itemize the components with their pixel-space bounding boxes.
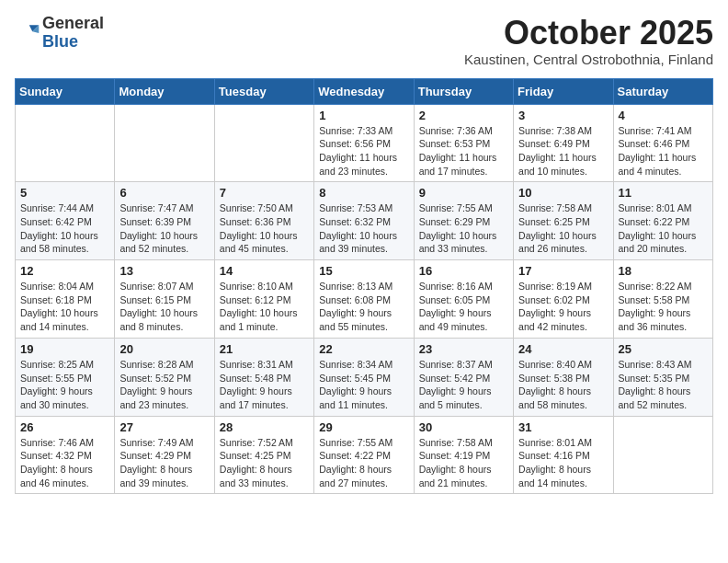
day-number: 24 bbox=[518, 342, 608, 356]
day-info: Sunrise: 7:58 AM Sunset: 6:25 PM Dayligh… bbox=[518, 201, 608, 256]
day-info: Sunrise: 7:46 AM Sunset: 4:32 PM Dayligh… bbox=[20, 436, 109, 490]
calendar-day-cell bbox=[214, 104, 313, 182]
calendar-day-cell: 27Sunrise: 7:49 AM Sunset: 4:29 PM Dayli… bbox=[115, 416, 214, 494]
weekday-header: Friday bbox=[514, 78, 613, 104]
calendar-day-cell: 19Sunrise: 8:25 AM Sunset: 5:55 PM Dayli… bbox=[16, 338, 115, 416]
day-info: Sunrise: 7:41 AM Sunset: 6:46 PM Dayligh… bbox=[619, 124, 708, 178]
calendar-day-cell: 17Sunrise: 8:19 AM Sunset: 6:02 PM Dayli… bbox=[514, 260, 613, 339]
day-number: 6 bbox=[119, 186, 209, 200]
calendar-day-cell: 13Sunrise: 8:07 AM Sunset: 6:15 PM Dayli… bbox=[115, 260, 214, 339]
calendar-week-row: 26Sunrise: 7:46 AM Sunset: 4:32 PM Dayli… bbox=[16, 416, 713, 494]
day-number: 3 bbox=[518, 109, 608, 122]
day-info: Sunrise: 8:01 AM Sunset: 6:22 PM Dayligh… bbox=[619, 201, 708, 256]
calendar-week-row: 19Sunrise: 8:25 AM Sunset: 5:55 PM Dayli… bbox=[16, 338, 713, 416]
calendar-week-row: 5Sunrise: 7:44 AM Sunset: 6:42 PM Daylig… bbox=[16, 182, 713, 260]
day-number: 22 bbox=[319, 342, 408, 356]
day-info: Sunrise: 7:33 AM Sunset: 6:56 PM Dayligh… bbox=[319, 124, 408, 178]
weekday-header: Tuesday bbox=[214, 78, 313, 104]
weekday-header: Monday bbox=[115, 78, 214, 104]
day-info: Sunrise: 8:28 AM Sunset: 5:52 PM Dayligh… bbox=[119, 358, 209, 412]
calendar-day-cell: 6Sunrise: 7:47 AM Sunset: 6:39 PM Daylig… bbox=[115, 182, 214, 260]
day-number: 11 bbox=[619, 186, 708, 200]
calendar-day-cell bbox=[115, 104, 214, 182]
day-number: 26 bbox=[20, 420, 109, 434]
day-info: Sunrise: 7:55 AM Sunset: 4:22 PM Dayligh… bbox=[319, 436, 408, 490]
calendar-day-cell: 18Sunrise: 8:22 AM Sunset: 5:58 PM Dayli… bbox=[613, 260, 712, 339]
day-number: 27 bbox=[119, 420, 209, 434]
calendar-day-cell: 16Sunrise: 8:16 AM Sunset: 6:05 PM Dayli… bbox=[414, 260, 513, 339]
calendar-day-cell: 29Sunrise: 7:55 AM Sunset: 4:22 PM Dayli… bbox=[314, 416, 414, 494]
day-number: 8 bbox=[319, 186, 408, 200]
calendar-day-cell: 23Sunrise: 8:37 AM Sunset: 5:42 PM Dayli… bbox=[414, 338, 513, 416]
logo: General Blue bbox=[15, 15, 104, 52]
day-info: Sunrise: 8:04 AM Sunset: 6:18 PM Dayligh… bbox=[20, 280, 109, 334]
calendar-table: SundayMondayTuesdayWednesdayThursdayFrid… bbox=[15, 78, 713, 495]
day-number: 15 bbox=[319, 264, 408, 278]
calendar-day-cell: 1Sunrise: 7:33 AM Sunset: 6:56 PM Daylig… bbox=[314, 104, 414, 182]
day-number: 28 bbox=[220, 420, 309, 434]
day-info: Sunrise: 8:16 AM Sunset: 6:05 PM Dayligh… bbox=[419, 280, 508, 334]
day-info: Sunrise: 8:22 AM Sunset: 5:58 PM Dayligh… bbox=[619, 280, 708, 334]
calendar-day-cell: 24Sunrise: 8:40 AM Sunset: 5:38 PM Dayli… bbox=[514, 338, 613, 416]
day-info: Sunrise: 8:31 AM Sunset: 5:48 PM Dayligh… bbox=[220, 358, 309, 412]
day-number: 20 bbox=[119, 342, 209, 356]
day-info: Sunrise: 8:13 AM Sunset: 6:08 PM Dayligh… bbox=[319, 280, 408, 334]
day-info: Sunrise: 7:36 AM Sunset: 6:53 PM Dayligh… bbox=[419, 124, 508, 178]
calendar-header: SundayMondayTuesdayWednesdayThursdayFrid… bbox=[16, 78, 713, 104]
weekday-header: Wednesday bbox=[314, 78, 414, 104]
calendar-day-cell bbox=[16, 104, 115, 182]
day-number: 14 bbox=[220, 264, 309, 278]
day-number: 7 bbox=[220, 186, 309, 200]
day-info: Sunrise: 7:50 AM Sunset: 6:36 PM Dayligh… bbox=[220, 201, 309, 256]
day-info: Sunrise: 7:53 AM Sunset: 6:32 PM Dayligh… bbox=[319, 201, 408, 256]
day-number: 17 bbox=[518, 264, 608, 278]
calendar-day-cell: 11Sunrise: 8:01 AM Sunset: 6:22 PM Dayli… bbox=[613, 182, 712, 260]
day-number: 9 bbox=[419, 186, 508, 200]
logo-icon bbox=[15, 20, 40, 46]
day-number: 4 bbox=[619, 109, 708, 122]
day-info: Sunrise: 8:01 AM Sunset: 4:16 PM Dayligh… bbox=[518, 436, 608, 490]
weekday-header: Thursday bbox=[414, 78, 513, 104]
day-number: 1 bbox=[319, 109, 408, 122]
calendar-day-cell: 5Sunrise: 7:44 AM Sunset: 6:42 PM Daylig… bbox=[16, 182, 115, 260]
location-subtitle: Kaustinen, Central Ostrobothnia, Finland bbox=[464, 52, 713, 67]
day-info: Sunrise: 8:07 AM Sunset: 6:15 PM Dayligh… bbox=[119, 280, 209, 334]
calendar-week-row: 1Sunrise: 7:33 AM Sunset: 6:56 PM Daylig… bbox=[16, 104, 713, 182]
day-info: Sunrise: 7:49 AM Sunset: 4:29 PM Dayligh… bbox=[119, 436, 209, 490]
day-info: Sunrise: 8:25 AM Sunset: 5:55 PM Dayligh… bbox=[20, 358, 109, 412]
day-info: Sunrise: 7:38 AM Sunset: 6:49 PM Dayligh… bbox=[518, 124, 608, 178]
calendar-week-row: 12Sunrise: 8:04 AM Sunset: 6:18 PM Dayli… bbox=[16, 260, 713, 339]
day-number: 10 bbox=[518, 186, 608, 200]
day-info: Sunrise: 7:52 AM Sunset: 4:25 PM Dayligh… bbox=[220, 436, 309, 490]
calendar-day-cell: 15Sunrise: 8:13 AM Sunset: 6:08 PM Dayli… bbox=[314, 260, 414, 339]
day-number: 13 bbox=[119, 264, 209, 278]
day-number: 21 bbox=[220, 342, 309, 356]
calendar-day-cell: 30Sunrise: 7:58 AM Sunset: 4:19 PM Dayli… bbox=[414, 416, 513, 494]
day-number: 19 bbox=[20, 342, 109, 356]
calendar-day-cell: 31Sunrise: 8:01 AM Sunset: 4:16 PM Dayli… bbox=[514, 416, 613, 494]
calendar-day-cell: 12Sunrise: 8:04 AM Sunset: 6:18 PM Dayli… bbox=[16, 260, 115, 339]
day-info: Sunrise: 8:37 AM Sunset: 5:42 PM Dayligh… bbox=[419, 358, 508, 412]
calendar-day-cell: 8Sunrise: 7:53 AM Sunset: 6:32 PM Daylig… bbox=[314, 182, 414, 260]
day-info: Sunrise: 7:55 AM Sunset: 6:29 PM Dayligh… bbox=[419, 201, 508, 256]
calendar-day-cell: 2Sunrise: 7:36 AM Sunset: 6:53 PM Daylig… bbox=[414, 104, 513, 182]
calendar-day-cell: 7Sunrise: 7:50 AM Sunset: 6:36 PM Daylig… bbox=[214, 182, 313, 260]
day-number: 25 bbox=[619, 342, 708, 356]
day-number: 29 bbox=[319, 420, 408, 434]
page-header: General Blue October 2025 Kaustinen, Cen… bbox=[15, 15, 713, 67]
day-number: 16 bbox=[419, 264, 508, 278]
day-info: Sunrise: 8:10 AM Sunset: 6:12 PM Dayligh… bbox=[220, 280, 309, 334]
day-info: Sunrise: 7:44 AM Sunset: 6:42 PM Dayligh… bbox=[20, 201, 109, 256]
title-block: October 2025 Kaustinen, Central Ostrobot… bbox=[464, 15, 713, 67]
weekday-header: Saturday bbox=[613, 78, 712, 104]
weekday-row: SundayMondayTuesdayWednesdayThursdayFrid… bbox=[16, 78, 713, 104]
day-info: Sunrise: 7:47 AM Sunset: 6:39 PM Dayligh… bbox=[119, 201, 209, 256]
calendar-day-cell: 20Sunrise: 8:28 AM Sunset: 5:52 PM Dayli… bbox=[115, 338, 214, 416]
day-info: Sunrise: 8:34 AM Sunset: 5:45 PM Dayligh… bbox=[319, 358, 408, 412]
calendar-day-cell: 22Sunrise: 8:34 AM Sunset: 5:45 PM Dayli… bbox=[314, 338, 414, 416]
calendar-day-cell: 10Sunrise: 7:58 AM Sunset: 6:25 PM Dayli… bbox=[514, 182, 613, 260]
calendar-day-cell: 3Sunrise: 7:38 AM Sunset: 6:49 PM Daylig… bbox=[514, 104, 613, 182]
day-info: Sunrise: 7:58 AM Sunset: 4:19 PM Dayligh… bbox=[419, 436, 508, 490]
day-number: 23 bbox=[419, 342, 508, 356]
day-number: 18 bbox=[619, 264, 708, 278]
